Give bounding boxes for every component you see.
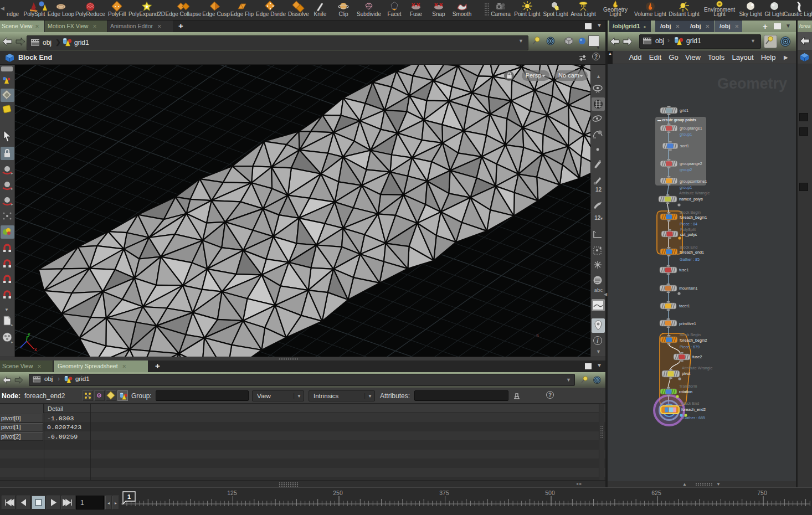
svg-text:foreach_begin2: foreach_begin2 bbox=[680, 338, 707, 343]
svg-text:group1: group1 bbox=[680, 132, 692, 137]
svg-text:625: 625 bbox=[651, 490, 661, 496]
svg-text:PolySplit: PolySplit bbox=[680, 227, 696, 232]
svg-text:Geometry: Geometry bbox=[717, 75, 787, 92]
svg-text:375: 375 bbox=[439, 490, 449, 496]
svg-text:cut_polys: cut_polys bbox=[680, 232, 697, 237]
svg-text:sort1: sort1 bbox=[680, 143, 689, 148]
svg-text:groupcombine1: groupcombine1 bbox=[680, 179, 707, 184]
svg-text:foreach_end1: foreach_end1 bbox=[680, 250, 704, 255]
svg-text:named_polys: named_polys bbox=[679, 197, 703, 202]
svg-text:Persp: Persp bbox=[526, 72, 542, 79]
svg-text:x: x bbox=[34, 347, 37, 352]
svg-text:pivot: pivot bbox=[682, 371, 690, 376]
svg-text:500: 500 bbox=[545, 490, 555, 496]
svg-text:grouprange2: grouprange2 bbox=[680, 161, 702, 166]
svg-text:No cam: No cam bbox=[558, 72, 579, 79]
svg-text:grouprange1: grouprange1 bbox=[680, 126, 702, 131]
svg-text:1: 1 bbox=[127, 493, 131, 500]
svg-text:rotation: rotation bbox=[679, 389, 692, 394]
svg-text:250: 250 bbox=[333, 490, 343, 496]
svg-text:group2: group2 bbox=[680, 167, 692, 172]
svg-text:Attribute Wrangle: Attribute Wrangle bbox=[682, 365, 712, 370]
svg-text:facet1: facet1 bbox=[679, 303, 690, 308]
svg-text:group1: group1 bbox=[680, 185, 692, 190]
svg-text:Attribute Wrangle: Attribute Wrangle bbox=[679, 190, 710, 195]
svg-text:5: 5 bbox=[536, 333, 539, 338]
svg-text:foreach_end2: foreach_end2 bbox=[681, 407, 706, 412]
svg-text:▬ create group points: ▬ create group points bbox=[657, 118, 696, 122]
svg-text:Block End: Block End bbox=[681, 401, 699, 406]
svg-text:primitive1: primitive1 bbox=[679, 321, 696, 326]
svg-text:grid1: grid1 bbox=[680, 108, 688, 113]
svg-text:fuse1: fuse1 bbox=[679, 267, 689, 272]
svg-text:750: 750 bbox=[757, 490, 767, 496]
svg-text:Gather : 85: Gather : 85 bbox=[680, 257, 700, 262]
svg-text:Block Begin: Block Begin bbox=[680, 210, 701, 215]
svg-text:125: 125 bbox=[227, 490, 237, 496]
svg-text:foreach_begin1: foreach_begin1 bbox=[680, 215, 707, 220]
svg-text:Block Begin: Block Begin bbox=[680, 332, 701, 337]
svg-text:fuse2: fuse2 bbox=[692, 354, 702, 359]
svg-text:Piece : 84: Piece : 84 bbox=[680, 222, 697, 226]
svg-text:Block End: Block End bbox=[680, 245, 697, 250]
svg-text:y: y bbox=[28, 331, 30, 337]
svg-text:Piece : 679: Piece : 679 bbox=[680, 344, 700, 349]
svg-text:mountain1: mountain1 bbox=[679, 286, 698, 291]
svg-text:Transform: Transform bbox=[679, 384, 697, 389]
